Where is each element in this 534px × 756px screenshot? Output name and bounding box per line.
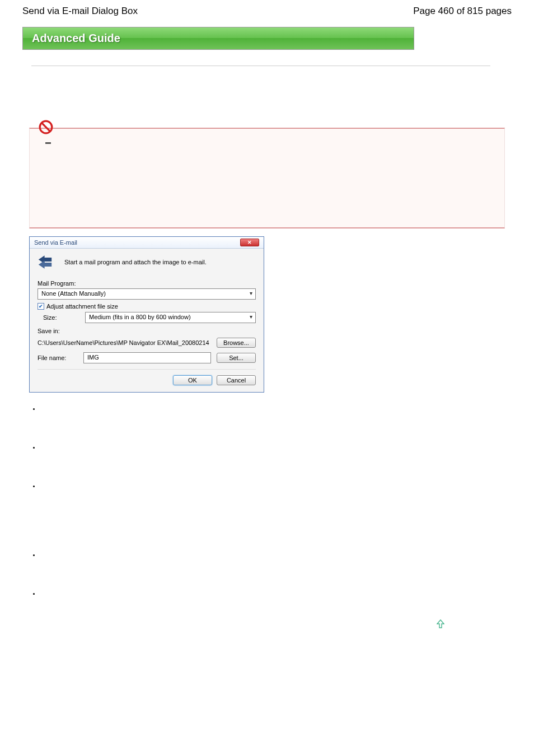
prohibit-icon bbox=[39, 120, 53, 134]
mail-program-value: None (Attach Manually) bbox=[41, 290, 106, 297]
adjust-size-label: Adjust attachment file size bbox=[46, 303, 118, 310]
page-title-right: Page 460 of 815 pages bbox=[413, 6, 512, 17]
save-in-label: Save in: bbox=[38, 328, 256, 334]
important-bar-icon bbox=[45, 142, 51, 144]
set-button[interactable]: Set... bbox=[217, 353, 256, 363]
list-item: . bbox=[40, 405, 504, 412]
page-top-icon[interactable] bbox=[437, 619, 444, 628]
file-name-label: File name: bbox=[38, 354, 78, 361]
size-value: Medium (fits in a 800 by 600 window) bbox=[89, 314, 191, 320]
important-note-block bbox=[29, 128, 505, 228]
envelope-arrow-icon bbox=[38, 254, 58, 270]
adjust-size-checkbox[interactable]: ✔ bbox=[38, 303, 44, 310]
file-name-input[interactable]: IMG bbox=[83, 352, 211, 363]
page-title-left: Send via E-mail Dialog Box bbox=[22, 6, 138, 17]
dialog-title-text: Send via E-mail bbox=[34, 239, 77, 246]
dialog-title-bar: Send via E-mail ✕ bbox=[30, 237, 264, 249]
close-icon[interactable]: ✕ bbox=[240, 239, 259, 246]
size-label: Size: bbox=[43, 314, 79, 321]
send-via-email-dialog: Send via E-mail ✕ Start a mail program a… bbox=[29, 236, 264, 393]
ok-button[interactable]: OK bbox=[173, 375, 212, 385]
banner-advanced-guide: Advanced Guide bbox=[22, 27, 414, 50]
browse-button[interactable]: Browse... bbox=[217, 338, 256, 348]
list-item: . bbox=[40, 482, 504, 489]
list-item: . bbox=[40, 590, 504, 597]
mail-program-combo[interactable]: None (Attach Manually) bbox=[38, 288, 256, 300]
divider bbox=[31, 66, 490, 66]
mail-program-label: Mail Program: bbox=[38, 280, 256, 287]
size-combo[interactable]: Medium (fits in a 800 by 600 window) bbox=[85, 312, 256, 323]
dialog-description: Start a mail program and attach the imag… bbox=[64, 259, 207, 265]
svg-line-1 bbox=[41, 123, 50, 131]
save-in-path: C:\Users\UserName\Pictures\MP Navigator … bbox=[38, 339, 211, 346]
cancel-button[interactable]: Cancel bbox=[217, 375, 256, 385]
banner-title: Advanced Guide bbox=[32, 32, 120, 44]
description-bullet-list: . . . . . bbox=[22, 405, 504, 597]
list-item: . bbox=[40, 444, 504, 451]
list-item: . bbox=[40, 551, 504, 558]
